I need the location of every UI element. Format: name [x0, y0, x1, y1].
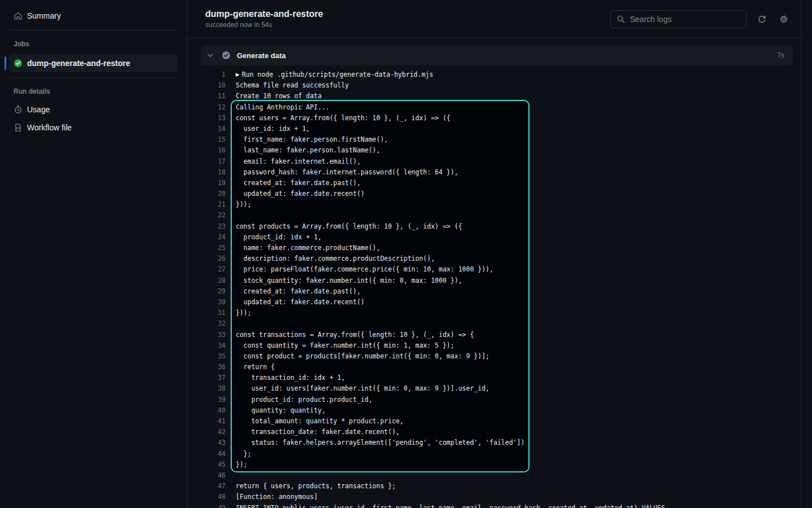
log-line[interactable]: 32 [201, 318, 793, 329]
log-group-marker-icon: ▶ [236, 69, 240, 80]
log-line[interactable]: 37 transaction_id: idx + 1, [201, 373, 793, 383]
log-line[interactable]: 38 user_id: users[faker.number.int({ min… [201, 383, 793, 394]
line-number[interactable]: 20 [201, 189, 226, 199]
step-header-generate-data[interactable]: Generate data 7s [201, 45, 793, 65]
line-number[interactable]: 24 [201, 232, 226, 243]
log-line[interactable]: 49 INSERT INTO public.users (user_id, fi… [201, 503, 793, 508]
line-number[interactable]: 49 [201, 503, 226, 508]
line-number[interactable]: 46 [201, 470, 226, 481]
line-number[interactable]: 27 [201, 264, 226, 275]
line-number[interactable]: 10 [201, 80, 226, 91]
refresh-logs-button[interactable] [757, 15, 766, 24]
line-number[interactable]: 17 [201, 156, 226, 167]
log-text: transaction_date: faker.date.recent(), [236, 427, 400, 437]
log-line[interactable]: 33 const transactions = Array.from({ len… [201, 330, 793, 340]
log-line[interactable]: 40 quantity: quantity, [201, 405, 793, 416]
log-line[interactable]: 42 transaction_date: faker.date.recent()… [201, 427, 793, 437]
sidebar-item-summary[interactable]: Summary [9, 7, 178, 25]
line-number[interactable]: 22 [201, 210, 226, 221]
log-line[interactable]: 44 }; [201, 449, 793, 459]
line-number[interactable]: 39 [201, 395, 226, 405]
line-number[interactable]: 28 [201, 275, 226, 286]
log-line[interactable]: 29 created_at: faker.date.past(), [201, 286, 793, 297]
log-text: Run node .github/scripts/generate-data-h… [242, 69, 433, 80]
log-text: quantity: quantity, [236, 405, 325, 416]
line-number[interactable]: 11 [201, 91, 226, 102]
log-line[interactable]: 19 created_at: faker.date.past(), [201, 178, 793, 189]
log-line[interactable]: 11 Create 10 rows of data [201, 91, 793, 102]
line-number[interactable]: 18 [201, 167, 226, 178]
line-number[interactable]: 44 [201, 449, 226, 459]
log-line[interactable]: 31 })); [201, 308, 793, 318]
line-number[interactable]: 26 [201, 253, 226, 264]
line-number[interactable]: 34 [201, 340, 226, 351]
sidebar-item-job[interactable]: dump-generate-and-restore [9, 54, 178, 72]
line-number[interactable]: 33 [201, 330, 226, 340]
log-line[interactable]: 14 user_id: idx + 1, [201, 124, 793, 134]
line-number[interactable]: 42 [201, 427, 226, 437]
line-number[interactable]: 12 [201, 102, 226, 113]
log-line[interactable]: 39 product_id: product.product_id, [201, 395, 793, 405]
log-line[interactable]: 20 updated_at: faker.date.recent() [201, 189, 793, 199]
log-line[interactable]: 18 password_hash: faker.internet.passwor… [201, 167, 793, 178]
line-number[interactable]: 35 [201, 351, 226, 362]
line-number[interactable]: 47 [201, 481, 226, 492]
log-line[interactable]: 15 first_name: faker.person.firstName(), [201, 134, 793, 145]
log-line[interactable]: 16 last_name: faker.person.lastName(), [201, 145, 793, 156]
log-line[interactable]: 47 return { users, products, transaction… [201, 481, 793, 492]
sidebar-item-workflow-file[interactable]: Workflow file [9, 119, 178, 137]
log-text: stock_quantity: faker.number.int({ min: … [236, 275, 462, 286]
log-line[interactable]: 10 Schema file read successfully [201, 80, 793, 91]
log-line[interactable]: 26 description: faker.commerce.productDe… [201, 253, 793, 264]
line-number[interactable]: 23 [201, 221, 226, 232]
log-line[interactable]: 41 total_amount: quantity * product.pric… [201, 416, 793, 427]
log-line[interactable]: 30 updated_at: faker.date.recent() [201, 297, 793, 308]
line-number[interactable]: 45 [201, 459, 226, 470]
chevron-down-icon[interactable] [206, 51, 215, 60]
line-number[interactable]: 36 [201, 362, 226, 373]
log-line[interactable]: 28 stock_quantity: faker.number.int({ mi… [201, 275, 793, 286]
log-line[interactable]: 22 [201, 210, 793, 221]
line-number[interactable]: 21 [201, 199, 226, 210]
line-number[interactable]: 38 [201, 383, 226, 394]
line-number[interactable]: 14 [201, 124, 226, 134]
log-settings-gear-icon[interactable] [779, 15, 788, 24]
log-line[interactable]: 23 const products = Array.from({ length:… [201, 221, 793, 232]
line-number[interactable]: 16 [201, 145, 226, 156]
line-number[interactable]: 37 [201, 373, 226, 383]
log-line[interactable]: 21 })); [201, 199, 793, 210]
sidebar-item-label: Workflow file [27, 123, 72, 132]
line-number[interactable]: 15 [201, 134, 226, 145]
line-number[interactable]: 25 [201, 243, 226, 253]
log-line[interactable]: 1 ▶ Run node .github/scripts/generate-da… [201, 69, 793, 80]
line-number[interactable]: 1 [201, 69, 226, 80]
line-number[interactable]: 48 [201, 492, 226, 502]
search-logs-input[interactable] [630, 15, 740, 24]
log-line[interactable]: 24 product_id: idx + 1, [201, 232, 793, 243]
sidebar-item-usage[interactable]: Usage [9, 100, 178, 119]
line-number[interactable]: 40 [201, 405, 226, 416]
line-number[interactable]: 31 [201, 308, 226, 318]
log-line[interactable]: 46 [201, 470, 793, 481]
log-text: password_hash: faker.internet.password({… [236, 167, 458, 178]
line-number[interactable]: 30 [201, 297, 226, 308]
sidebar: Summary Jobs dump-generate-and-restore R… [0, 0, 187, 508]
log-line[interactable]: 48 [Function: anonymous] [201, 492, 793, 502]
page-title: dump-generate-and-restore [205, 9, 323, 19]
log-line[interactable]: 17 email: faker.internet.email(), [201, 156, 793, 167]
log-line[interactable]: 12 Calling Anthropic API... [201, 102, 793, 113]
log-line[interactable]: 45 }); [201, 459, 793, 470]
line-number[interactable]: 29 [201, 286, 226, 297]
log-line[interactable]: 27 price: parseFloat(faker.commerce.pric… [201, 264, 793, 275]
line-number[interactable]: 41 [201, 416, 226, 427]
log-line[interactable]: 34 const quantity = faker.number.int({ m… [201, 340, 793, 351]
log-line[interactable]: 13 const users = Array.from({ length: 10… [201, 113, 793, 124]
log-line[interactable]: 25 name: faker.commerce.productName(), [201, 243, 793, 253]
line-number[interactable]: 13 [201, 113, 226, 124]
log-line[interactable]: 35 const product = products[faker.number… [201, 351, 793, 362]
log-line[interactable]: 36 return { [201, 362, 793, 373]
line-number[interactable]: 19 [201, 178, 226, 189]
log-line[interactable]: 43 status: faker.helpers.arrayElement(['… [201, 437, 793, 448]
line-number[interactable]: 43 [201, 437, 226, 448]
line-number[interactable]: 32 [201, 318, 226, 329]
